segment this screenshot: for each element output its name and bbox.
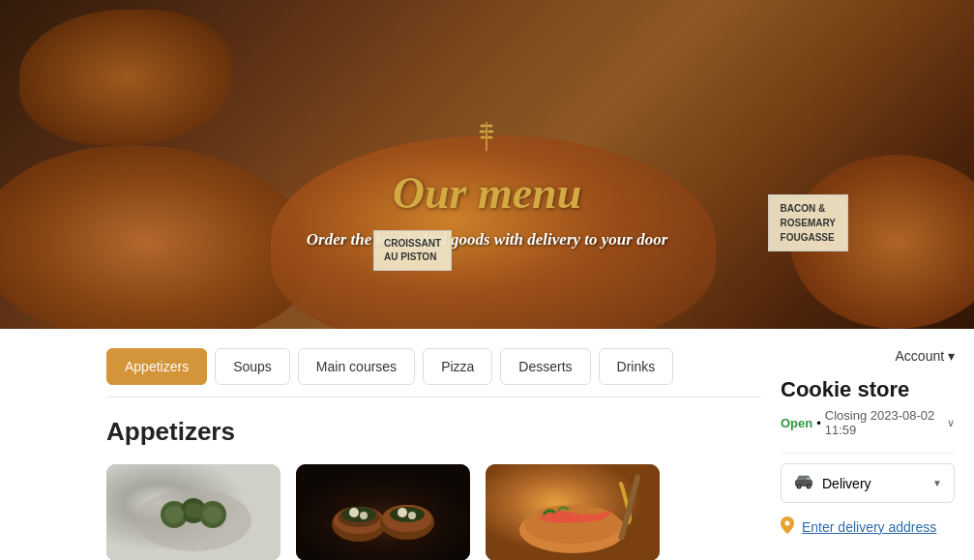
delivery-left: Delivery bbox=[793, 474, 871, 492]
store-status: Open • Closing 2023-08-02 11:59 ∨ bbox=[781, 408, 955, 437]
svg-point-7 bbox=[203, 506, 222, 523]
svg-point-5 bbox=[164, 506, 184, 523]
tab-pizza[interactable]: Pizza bbox=[423, 348, 492, 385]
status-dot: • bbox=[816, 416, 821, 430]
bread-sign-1: CROISSANT AU PISTON bbox=[373, 230, 452, 271]
status-chevron-icon: ∨ bbox=[947, 417, 955, 429]
delivery-label: Delivery bbox=[822, 476, 871, 491]
hero-title: Our menu bbox=[307, 167, 668, 219]
store-name: Cookie store bbox=[781, 377, 955, 402]
bread-sign-2: BACON & ROSEMARY FOUGASSE bbox=[768, 194, 848, 251]
svg-point-12 bbox=[341, 507, 376, 522]
status-open-label: Open bbox=[781, 416, 812, 430]
hero-section: CROISSANT AU PISTON BACON & ROSEMARY FOU… bbox=[0, 0, 974, 329]
category-tabs: Appetizers Soups Main courses Pizza Dess… bbox=[106, 348, 761, 398]
tab-drinks[interactable]: Drinks bbox=[599, 348, 674, 385]
food-item-3[interactable] bbox=[486, 464, 660, 560]
svg-point-6 bbox=[185, 503, 202, 518]
car-icon bbox=[793, 474, 814, 492]
wheat-icon bbox=[307, 118, 668, 160]
svg-point-30 bbox=[785, 521, 790, 526]
svg-point-18 bbox=[398, 508, 407, 517]
delivery-address-button[interactable]: Enter delivery address bbox=[781, 513, 955, 542]
pin-icon bbox=[781, 516, 794, 538]
svg-point-22 bbox=[524, 505, 621, 544]
delivery-dropdown[interactable]: Delivery ▼ bbox=[781, 463, 955, 503]
food-item-2[interactable] bbox=[296, 464, 470, 560]
bread-decoration-2 bbox=[0, 145, 310, 329]
svg-point-27 bbox=[798, 486, 800, 487]
bread-decoration-1 bbox=[19, 10, 232, 145]
content-area: Appetizers Soups Main courses Pizza Dess… bbox=[0, 348, 781, 560]
food-item-1[interactable] bbox=[106, 464, 280, 560]
food-image-3 bbox=[486, 464, 660, 560]
tab-desserts[interactable]: Desserts bbox=[500, 348, 590, 385]
food-image-2 bbox=[296, 464, 470, 560]
svg-rect-29 bbox=[807, 478, 810, 480]
delivery-dropdown-arrow-icon: ▼ bbox=[932, 478, 942, 488]
account-button[interactable]: Account ▾ bbox=[781, 348, 955, 364]
account-label: Account bbox=[896, 348, 945, 364]
main-layout: Appetizers Soups Main courses Pizza Dess… bbox=[0, 329, 974, 560]
sidebar-divider bbox=[781, 453, 955, 454]
status-closing-label: Closing 2023-08-02 11:59 bbox=[825, 408, 943, 437]
food-grid bbox=[106, 464, 761, 560]
tab-soups[interactable]: Soups bbox=[215, 348, 290, 385]
tab-main-courses[interactable]: Main courses bbox=[298, 348, 415, 385]
svg-point-16 bbox=[349, 508, 359, 517]
account-chevron-icon: ▾ bbox=[948, 348, 955, 364]
tab-appetizers[interactable]: Appetizers bbox=[106, 348, 207, 385]
svg-rect-8 bbox=[296, 464, 470, 560]
hero-subtitle: Order the best baked goods with delivery… bbox=[307, 230, 668, 250]
sidebar: Account ▾ Cookie store Open • Closing 20… bbox=[781, 348, 974, 560]
hero-content: Our menu Order the best baked goods with… bbox=[307, 118, 668, 250]
food-image-1 bbox=[106, 464, 280, 560]
svg-point-17 bbox=[360, 512, 368, 519]
delivery-address-label[interactable]: Enter delivery address bbox=[802, 519, 936, 535]
svg-point-28 bbox=[808, 486, 810, 487]
svg-point-15 bbox=[390, 507, 425, 522]
section-title: Appetizers bbox=[106, 417, 761, 447]
svg-point-19 bbox=[408, 512, 416, 519]
